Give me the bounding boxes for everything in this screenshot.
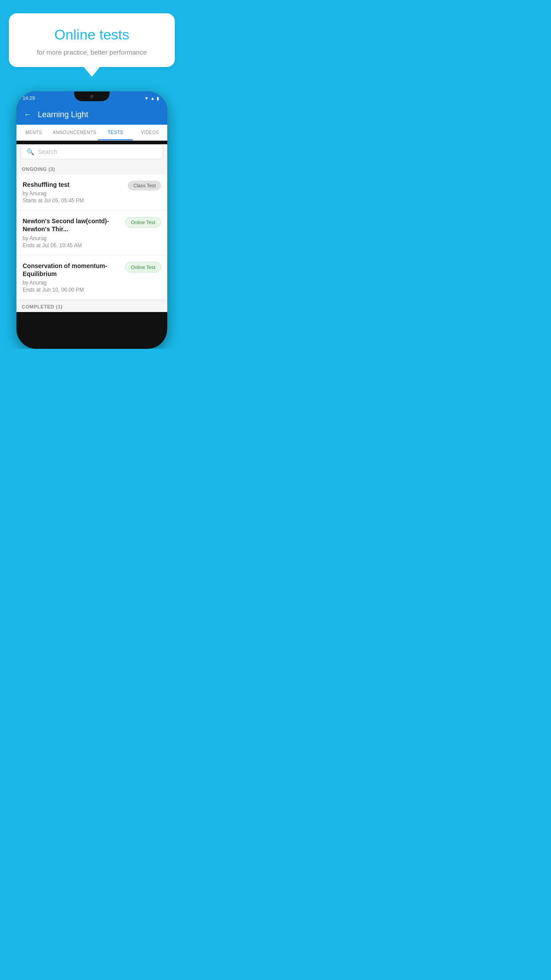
speech-bubble: Online tests for more practice, better p… [9, 13, 175, 67]
test-item-left: Conservation of momentum-Equilibrium by … [23, 262, 125, 293]
tab-announcements[interactable]: ANNOUNCEMENTS [51, 125, 98, 140]
bubble-title: Online tests [22, 27, 161, 43]
status-time: 14:29 [23, 95, 35, 101]
test-date: Ends at Jun 10, 06:00 PM [23, 287, 121, 293]
test-by: by Anurag [23, 235, 121, 241]
app-title: Learning Light [38, 110, 88, 119]
test-name: Conservation of momentum-Equilibrium [23, 262, 121, 278]
signal-icon: ▲ [150, 96, 155, 101]
test-date: Starts at Jul 05, 05:45 PM [23, 198, 123, 204]
battery-icon: ▮ [157, 96, 159, 101]
search-placeholder: Search [38, 148, 57, 155]
status-icons: ▼ ▲ ▮ [144, 96, 159, 101]
tabs-bar: MENTS ANNOUNCEMENTS TESTS VIDEOS [16, 125, 167, 141]
tab-tests[interactable]: TESTS [98, 125, 133, 140]
test-item-reshuffling[interactable]: Reshuffling test by Anurag Starts at Jul… [16, 174, 167, 210]
test-by: by Anurag [23, 280, 121, 286]
phone-wrapper: 14:29 ▼ ▲ ▮ ← Learning Light MENTS ANNOU… [0, 91, 184, 349]
content-area: 🔍 Search ONGOING (3) Reshuffling test by… [16, 144, 167, 312]
search-bar[interactable]: 🔍 Search [21, 144, 163, 159]
test-name: Newton's Second law(contd)-Newton's Thir… [23, 217, 121, 233]
speech-bubble-wrapper: Online tests for more practice, better p… [0, 0, 184, 67]
test-item-left: Newton's Second law(contd)-Newton's Thir… [23, 217, 125, 248]
back-button[interactable]: ← [24, 110, 31, 119]
tab-videos[interactable]: VIDEOS [133, 125, 167, 140]
test-item-newtons[interactable]: Newton's Second law(contd)-Newton's Thir… [16, 211, 167, 255]
phone-notch [74, 91, 110, 101]
test-by: by Anurag [23, 190, 123, 197]
completed-section-header: COMPLETED (1) [16, 300, 167, 312]
test-item-conservation[interactable]: Conservation of momentum-Equilibrium by … [16, 256, 167, 300]
test-date: Ends at Jul 06, 10:45 AM [23, 242, 121, 249]
badge-online-test: Online Test [125, 217, 161, 228]
status-bar: 14:29 ▼ ▲ ▮ [16, 91, 167, 105]
app-header: ← Learning Light [16, 105, 167, 125]
test-item-left: Reshuffling test by Anurag Starts at Jul… [23, 181, 128, 204]
wifi-icon: ▼ [144, 96, 149, 101]
tab-ments[interactable]: MENTS [16, 125, 51, 140]
camera-dot [90, 95, 94, 98]
ongoing-section-header: ONGOING (3) [16, 163, 167, 174]
badge-online-test-2: Online Test [125, 262, 161, 273]
search-icon: 🔍 [27, 148, 34, 155]
test-name: Reshuffling test [23, 181, 123, 189]
badge-class-test: Class Test [128, 181, 161, 190]
phone-frame: 14:29 ▼ ▲ ▮ ← Learning Light MENTS ANNOU… [16, 91, 167, 349]
bubble-subtitle: for more practice, better performance [22, 48, 161, 56]
